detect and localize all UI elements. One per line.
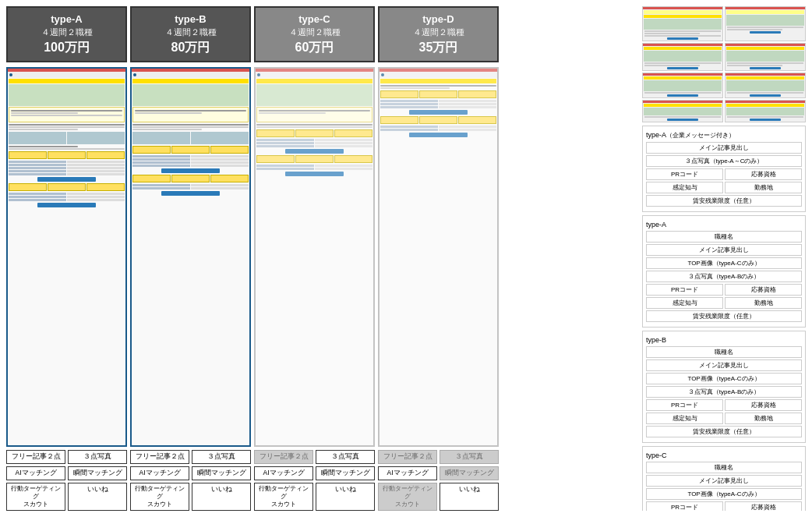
type-b-features: フリー記事２点 ３点写真 AIマッチング 瞬間マッチング 行動ターゲティング ス… [130,450,251,511]
type-a-feature-1b: ３点写真 [68,450,127,464]
type-c-preview [254,67,375,447]
type-c-subtitle: ４週間２職種 [259,27,370,38]
sample-page-7 [642,100,723,122]
sample-page-2 [725,6,806,41]
type-d-feature-3b: いいね [440,483,499,511]
type-a-subtitle: ４週間２職種 [11,27,122,38]
type-b-card-title: type-B [646,335,802,344]
type-a-feature-row-1: フリー記事２点 ３点写真 [6,450,127,464]
type-d-feature-row-1: フリー記事２点 ３点写真 [378,450,499,464]
sample-row-2 [642,43,806,71]
type-d-subtitle: ４週間２職種 [383,27,494,38]
type-a-bottom-card: type-A 職種名 メイン記事見出し TOP画像（typeA-Cのみ） ３点写… [642,215,806,328]
type-a-feature-2a: AIマッチング [6,466,65,480]
type-a-top-card: type-A（企業メッセージ付き） メイン記事見出し ３点写真（type-A～C… [642,126,806,212]
type-c-feature-3a: 行動ターゲティング スカウト [254,483,313,511]
type-a-column: type-A ４週間２職種 100万円 [6,6,127,511]
type-b-preview [130,67,251,447]
type-d-features: フリー記事２点 ３点写真 AIマッチング 瞬間マッチング 行動ターゲティング ス… [378,450,499,511]
type-c-card: type-C 職種名 メイン記事見出し TOP画像（typeA-Cのみ） PRコ… [642,446,806,511]
type-a-feature-1a: フリー記事２点 [6,450,65,464]
type-a-feature-row-3: 行動ターゲティング スカウト いいね [6,483,127,511]
type-d-header: type-D ４週間２職種 35万円 [378,6,499,62]
type-c-card-title: type-C [646,450,802,459]
main-container: type-A ４週間２職種 100万円 [0,0,812,517]
type-d-price: 35万円 [383,39,494,56]
type-b-feature-row-3: 行動ターゲティング スカウト いいね [130,483,251,511]
type-c-feature-row-3: 行動ターゲティング スカウト いいね [254,483,375,511]
sample-row-1 [642,6,806,41]
type-c-features: フリー記事２点 ３点写真 AIマッチング 瞬間マッチング 行動ターゲティング ス… [254,450,375,511]
type-b-feature-2a: AIマッチング [130,466,189,480]
type-c-feature-row-1: フリー記事２点 ３点写真 [254,450,375,464]
sample-page-6 [725,73,806,98]
sample-row-3 [642,73,806,98]
type-d-feature-1a: フリー記事２点 [378,450,437,464]
sample-page-3 [642,43,723,71]
type-b-feature-2b: 瞬間マッチング [192,466,251,480]
sample-pages-panel [642,6,806,122]
type-d-feature-2a: AIマッチング [378,466,437,480]
type-a-feature-2b: 瞬間マッチング [68,466,127,480]
type-d-name: type-D [383,12,494,27]
type-d-feature-2b: 瞬間マッチング [440,466,499,480]
sample-page-8 [725,100,806,122]
type-d-feature-row-2: AIマッチング 瞬間マッチング [378,466,499,480]
type-b-subtitle: ４週間２職種 [135,27,246,38]
type-c-feature-3b: いいね [316,483,375,511]
type-a-top-title: type-A（企業メッセージ付き） [646,129,802,140]
type-b-feature-row-1: フリー記事２点 ３点写真 [130,450,251,464]
sample-page-1 [642,6,723,41]
type-b-feature-3b: いいね [192,483,251,511]
type-b-card: type-B 職種名 メイン記事見出し TOP画像（typeA-Cのみ） ３点写… [642,331,806,443]
sample-page-4 [725,43,806,71]
type-b-feature-3a: 行動ターゲティング スカウト [130,483,189,511]
type-b-feature-1b: ３点写真 [192,450,251,464]
type-d-preview [378,67,499,447]
type-c-feature-2a: AIマッチング [254,466,313,480]
type-a-price: 100万円 [11,39,122,56]
type-c-name: type-C [259,12,370,27]
type-c-feature-row-2: AIマッチング 瞬間マッチング [254,466,375,480]
type-b-price: 80万円 [135,39,246,56]
sample-row-4 [642,100,806,122]
info-panel: type-A（企業メッセージ付き） メイン記事見出し ３点写真（type-A～C… [642,6,806,511]
type-a-preview [6,67,127,447]
type-d-feature-row-3: 行動ターゲティング スカウト いいね [378,483,499,511]
type-c-price: 60万円 [259,39,370,56]
type-a-feature-3a: 行動ターゲティング スカウト [6,483,65,511]
type-b-name: type-B [135,12,246,27]
type-c-feature-2b: 瞬間マッチング [316,466,375,480]
type-b-column: type-B ４週間２職種 80万円 [130,6,251,511]
type-b-feature-row-2: AIマッチング 瞬間マッチング [130,466,251,480]
type-c-feature-1a: フリー記事２点 [254,450,313,464]
type-b-header: type-B ４週間２職種 80万円 [130,6,251,62]
type-b-feature-1a: フリー記事２点 [130,450,189,464]
type-a-bottom-title: type-A [646,219,802,228]
type-c-header: type-C ４週間２職種 60万円 [254,6,375,62]
type-c-column: type-C ４週間２職種 60万円 [254,6,375,511]
type-d-column: type-D ４週間２職種 35万円 [378,6,499,511]
type-d-feature-1b: ３点写真 [440,450,499,464]
type-a-feature-row-2: AIマッチング 瞬間マッチング [6,466,127,480]
type-a-feature-3b: いいね [68,483,127,511]
type-c-feature-1b: ３点写真 [316,450,375,464]
type-a-header: type-A ４週間２職種 100万円 [6,6,127,62]
sample-page-5 [642,73,723,98]
type-a-name: type-A [11,12,122,27]
types-section: type-A ４週間２職種 100万円 [6,6,637,511]
type-a-features: フリー記事２点 ３点写真 AIマッチング 瞬間マッチング 行動ターゲティング ス… [6,450,127,511]
type-d-feature-3a: 行動ターゲティング スカウト [378,483,437,511]
